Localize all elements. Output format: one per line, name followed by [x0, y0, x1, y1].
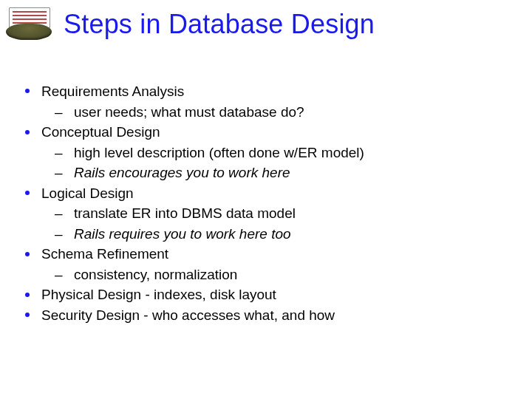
- subitem: – Rails requires you to work here too: [55, 224, 510, 245]
- subitem: – Rails encourages you to work here: [55, 163, 510, 183]
- subitem-text: high level description (often done w/ER …: [74, 145, 364, 160]
- dash-icon: –: [55, 203, 63, 224]
- bullet-label: Logical Design: [41, 185, 134, 201]
- dash-icon: –: [55, 224, 63, 245]
- dash-icon: –: [55, 163, 63, 183]
- bullet-dot-icon: [25, 313, 30, 317]
- dash-icon: –: [55, 143, 63, 163]
- bullet-logical: Logical Design – translate ER into DBMS …: [25, 183, 510, 245]
- bullet-requirements: Requirements Analysis – user needs; what…: [25, 81, 510, 122]
- subitem-text: translate ER into DBMS data model: [74, 205, 296, 221]
- subitem-text: user needs; what must database do?: [74, 104, 304, 120]
- bullet-security: Security Design - who accesses what, and…: [25, 305, 510, 326]
- bullet-dot-icon: [25, 191, 30, 195]
- subitem: – high level description (often done w/E…: [55, 143, 510, 163]
- slide-body: Requirements Analysis – user needs; what…: [25, 81, 510, 326]
- dash-icon: –: [55, 102, 63, 123]
- slide-title: Steps in Database Design: [64, 9, 375, 40]
- subitem: – consistency, normalization: [55, 265, 510, 285]
- bullet-label: Schema Refinement: [41, 246, 168, 262]
- dash-icon: –: [55, 265, 63, 285]
- bullet-label: Security Design - who accesses what, and…: [41, 307, 335, 323]
- bullet-label: Physical Design - indexes, disk layout: [41, 287, 276, 302]
- bullet-dot-icon: [25, 252, 30, 256]
- bullet-conceptual: Conceptual Design – high level descripti…: [25, 122, 510, 183]
- bullet-physical: Physical Design - indexes, disk layout: [25, 284, 510, 305]
- subitem-text: Rails requires you to work here too: [74, 226, 291, 242]
- subitem-text: consistency, normalization: [74, 267, 237, 282]
- subitem: – user needs; what must database do?: [55, 102, 510, 123]
- subitem: – translate ER into DBMS data model: [55, 203, 510, 224]
- bullet-label: Conceptual Design: [41, 124, 160, 140]
- course-logo-icon: [6, 7, 52, 40]
- slide: Steps in Database Design Requirements An…: [0, 0, 532, 399]
- bullet-dot-icon: [25, 89, 30, 93]
- bullet-dot-icon: [25, 130, 30, 134]
- bullet-label: Requirements Analysis: [41, 83, 184, 99]
- bullet-dot-icon: [25, 293, 30, 297]
- subitem-text: Rails encourages you to work here: [74, 165, 290, 180]
- bullet-schema: Schema Refinement – consistency, normali…: [25, 244, 510, 284]
